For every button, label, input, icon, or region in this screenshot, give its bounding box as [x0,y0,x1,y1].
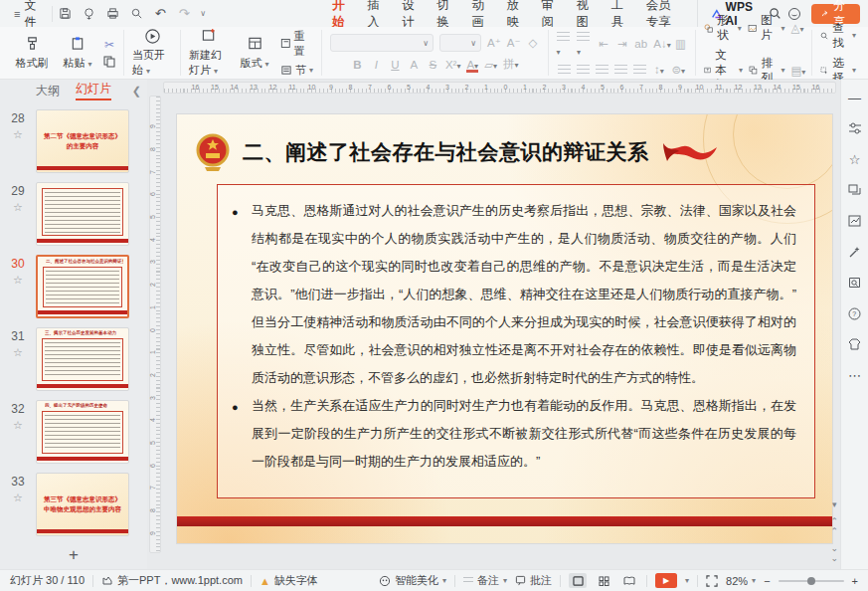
zoom-out-button[interactable]: − [764,575,770,587]
reading-view-button[interactable] [620,573,638,588]
slide-title[interactable]: 二、阐述了社会存在与社会意识的辩证关系 [243,138,649,166]
columns-icon[interactable]: ▥ [674,37,687,51]
collapse-sidebar-icon[interactable]: — [847,90,863,105]
media-icon[interactable]: ◬▾ [790,21,803,35]
more-ellipsis-icon[interactable]: ⋯ [847,367,863,383]
star-icon[interactable]: ☆ [13,201,23,214]
fit-to-window-icon[interactable] [706,575,718,587]
align-objects-icon[interactable]: ⊜▾ [671,63,685,77]
paste-button[interactable]: 粘贴 ▾ [58,36,97,71]
normal-view-button[interactable] [569,573,587,588]
section-button[interactable]: 节 ▾ [280,63,313,78]
bold-button[interactable]: B [351,59,364,71]
redo-icon[interactable]: ↷ [176,6,192,22]
slide-thumbnail-33[interactable]: 33☆ 第三节《德意志意识形态》中唯物史观思想的主要内容 [0,473,147,536]
slide-master-icon[interactable]: ▤▾ [790,64,803,78]
export-pdf-icon[interactable] [81,6,96,22]
zoom-slider-thumb[interactable] [807,577,815,585]
increase-indent-icon[interactable]: ⇥ [615,37,628,51]
bullet-list-icon[interactable]: ▾ [557,30,571,58]
add-slide-button[interactable]: + [0,545,147,565]
align-center-icon[interactable] [577,65,590,74]
star-icon[interactable]: ☆ [13,492,23,504]
ai-magic-wand-icon[interactable] [847,244,863,260]
format-painter-button[interactable]: 格式刷 [12,36,52,71]
increase-font-icon[interactable]: A⁺ [487,36,501,50]
slide-thumbnail-31[interactable]: 31☆ 三、揭示了社会历史发展的基本动力 [0,327,147,391]
star-icon[interactable]: ☆ [13,419,23,432]
vertical-ruler[interactable]: 9876543210123456789 [149,96,161,553]
distribute-icon[interactable] [633,65,646,74]
slide-thumbnail-30[interactable]: 30☆ 二、阐述了社会存在与社会意识的辩证关系 [0,255,147,318]
font-name-select[interactable]: ∨ [330,34,434,52]
smart-beautify-button[interactable]: 智能美化▾ [379,573,446,588]
notes-button[interactable]: 备注▾ [463,573,507,588]
char-spacing-button[interactable]: A [408,59,421,71]
slide-thumbnail-32[interactable]: 32☆ 四、提出了无产阶级的历史使命 [0,400,147,464]
zoom-in-button[interactable]: + [852,575,858,587]
slide-canvas[interactable]: 二、阐述了社会存在与社会意识的辩证关系 ● 马克思、恩格斯通过对人的社会意识产生… [177,114,832,543]
template-source[interactable]: 第一PPT，www.1ppt.com [101,573,243,588]
play-options-icon[interactable]: ▾ [685,576,689,585]
italic-button[interactable]: I [370,59,383,71]
slideshow-play-button[interactable]: ▶ [655,573,677,588]
strikethrough-button[interactable]: S [427,59,439,71]
picture-button[interactable]: 图片▾ [748,13,785,43]
line-spacing-icon[interactable]: ↕▾ [652,64,665,76]
skin-theme-icon[interactable] [847,336,863,352]
find-button[interactable]: 查找▾ [820,21,856,51]
reset-button[interactable]: 重置 [280,29,313,59]
tab-outline[interactable]: 大纲 [36,83,60,99]
slide-thumbnail-28[interactable]: 28☆ 第二节《德意志意识形态》的主要内容 [0,109,147,173]
next-slide-icon[interactable]: ⌄⌄ [830,543,838,563]
decrease-indent-icon[interactable]: ⇤ [597,37,609,51]
slide-thumbnail-29[interactable]: 29☆ [0,182,147,246]
horizontal-ruler[interactable]: 1615141312111098765432101234567891011121… [163,82,836,94]
text-direction-icon[interactable]: ab [634,38,647,50]
star-icon[interactable]: ☆ [13,346,23,359]
resource-library-icon[interactable] [847,275,863,291]
shapes-button[interactable]: 形状▾ [704,13,742,43]
help-icon[interactable]: ? [847,305,863,321]
copy-slides-icon[interactable] [847,182,863,198]
align-justify-icon[interactable] [614,65,627,74]
print-icon[interactable] [104,6,120,22]
print-preview-icon[interactable] [128,6,144,22]
highlight-button[interactable]: ▱▾ [484,58,497,72]
missing-font-warning[interactable]: ▲ 缺失字体 [260,573,318,588]
layout-button[interactable]: 版式 ▾ [235,36,274,71]
clear-format-icon[interactable]: ◇ [527,36,540,50]
previous-slide-icon[interactable]: ⌃⌃ [830,516,838,536]
star-icon[interactable]: ☆ [13,128,23,141]
reset-icon [280,38,291,49]
collapse-panel-icon[interactable]: ❮ [132,85,141,98]
superscript-button[interactable]: X²▾ [445,59,461,71]
quick-access-more-icon[interactable]: ∨ [200,9,206,18]
save-icon[interactable] [57,6,73,22]
start-from-current-button[interactable]: 当页开始 ▾ [132,28,172,78]
cut-icon[interactable]: ✂ [104,38,114,52]
vertical-text-icon[interactable]: A↓▾ [653,38,668,50]
favorites-star-icon[interactable]: ☆ [847,151,863,167]
numbered-list-icon[interactable]: ▾ [577,30,591,58]
tab-slides[interactable]: 幻灯片 [76,81,111,100]
properties-sliders-icon[interactable] [847,120,863,136]
decrease-font-icon[interactable]: A⁻ [507,36,521,50]
slide-content-box[interactable]: ● 马克思、恩格斯通过对人的社会意识产生的历史考察后指出，思想、宗教、法律、国家… [217,184,815,498]
underline-button[interactable]: U [389,59,402,71]
slide-sorter-view-button[interactable] [595,573,612,588]
zoom-slider[interactable] [779,580,844,582]
copy-icon[interactable] [103,56,115,68]
align-left-icon[interactable] [558,65,571,74]
star-icon[interactable]: ☆ [13,274,23,287]
edit-chart-icon[interactable] [847,213,863,229]
zoom-level[interactable]: 82%▾ [726,575,756,587]
comment-button[interactable]: 批注 [515,573,552,588]
font-size-select[interactable]: ∨ [439,34,481,52]
scroll-down-icon[interactable]: ▾ [832,499,837,509]
font-color-button[interactable]: A▾ [466,59,478,71]
undo-icon[interactable]: ↶ [152,6,168,22]
phonetic-button[interactable]: 拼▾ [503,57,519,72]
new-slide-button[interactable]: 新建幻灯片 ▾ [189,28,229,78]
align-right-icon[interactable] [596,65,608,74]
